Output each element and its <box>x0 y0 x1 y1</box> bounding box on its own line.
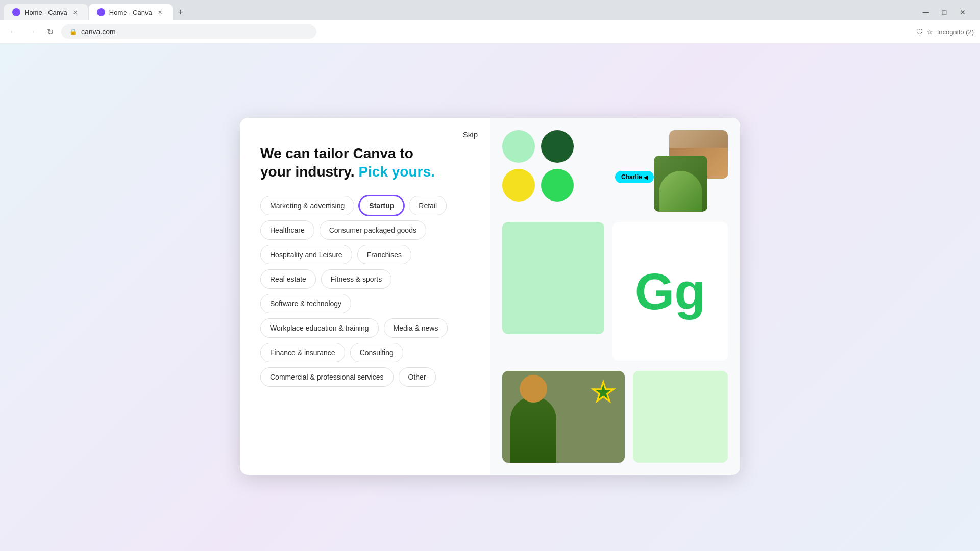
tag-other[interactable]: Other <box>399 367 436 387</box>
tag-consumer[interactable]: Consumer packaged goods <box>320 220 426 240</box>
url-bar[interactable]: 🔒 canva.com <box>61 24 316 39</box>
brand-card <box>502 222 604 334</box>
tab-2-close[interactable]: ✕ <box>156 8 164 16</box>
left-panel: Skip We can tailor Canva to your industr… <box>240 118 490 475</box>
close-button[interactable]: ✕ <box>955 5 970 19</box>
minimize-button[interactable]: ─ <box>919 5 933 19</box>
maximize-button[interactable]: □ <box>937 5 951 19</box>
back-button[interactable]: ← <box>6 24 20 39</box>
shield-icon: 🛡 <box>916 28 923 36</box>
tag-healthcare[interactable]: Healthcare <box>260 220 314 240</box>
top-section: Charlie ◀ <box>502 130 728 212</box>
address-right-controls: 🛡 ☆ Incognito (2) <box>916 28 974 36</box>
tag-hospitality[interactable]: Hospitality and Leisure <box>260 245 352 264</box>
new-tab-button[interactable]: + <box>174 5 188 19</box>
tab-1[interactable]: Home - Canva ✕ <box>4 4 88 20</box>
page-content: Skip We can tailor Canva to your industr… <box>0 43 980 549</box>
svg-point-0 <box>14 10 19 15</box>
dots-grid <box>502 130 574 202</box>
tags-container: Marketing & advertising Startup Retail H… <box>260 196 470 387</box>
tag-marketing[interactable]: Marketing & advertising <box>260 196 354 215</box>
photos-collage: Charlie ◀ <box>592 130 728 212</box>
tab-2-label: Home - Canva <box>109 9 152 16</box>
dot-medium-green <box>541 169 574 202</box>
tab-1-label: Home - Canva <box>24 9 67 16</box>
tag-software[interactable]: Software & technology <box>260 294 351 313</box>
headline: We can tailor Canva to your industry. Pi… <box>260 144 470 182</box>
tag-media[interactable]: Media & news <box>384 318 448 338</box>
canva-favicon-2 <box>97 8 105 16</box>
dot-yellow <box>502 169 535 202</box>
canva-favicon-1 <box>12 8 20 16</box>
tab-bar: Home - Canva ✕ Home - Canva ✕ + ─ □ ✕ <box>0 0 980 20</box>
brand-typography: Gg <box>612 222 728 361</box>
headline-part1: We can tailor Canva to <box>260 145 413 161</box>
right-panel: Charlie ◀ Gg <box>490 118 740 475</box>
tab-2[interactable]: Home - Canva ✕ <box>89 4 173 20</box>
bookmark-icon[interactable]: ☆ <box>927 28 933 36</box>
reload-button[interactable]: ↻ <box>43 24 57 39</box>
incognito-label: Incognito (2) <box>937 28 974 36</box>
dot-light-green <box>502 130 535 163</box>
browser-chrome: Home - Canva ✕ Home - Canva ✕ + ─ □ ✕ ← … <box>0 0 980 43</box>
tag-startup[interactable]: Startup <box>359 196 404 215</box>
skip-button[interactable]: Skip <box>463 130 478 139</box>
dots-wrapper <box>502 130 574 212</box>
tag-consulting[interactable]: Consulting <box>350 343 403 362</box>
bottom-card-1 <box>502 371 625 463</box>
charlie-badge: Charlie ◀ <box>615 171 654 183</box>
address-bar: ← → ↻ 🔒 canva.com 🛡 ☆ Incognito (2) <box>0 20 980 43</box>
tag-realestate[interactable]: Real estate <box>260 269 316 289</box>
photo-2 <box>654 156 707 212</box>
tab-1-close[interactable]: ✕ <box>71 8 80 16</box>
svg-point-1 <box>99 10 104 15</box>
lock-icon: 🔒 <box>69 28 77 35</box>
forward-button[interactable]: → <box>24 24 39 39</box>
headline-part2: your industry. <box>260 164 355 180</box>
tag-retail[interactable]: Retail <box>409 196 447 215</box>
tag-finance[interactable]: Finance & insurance <box>260 343 345 362</box>
tag-franchises[interactable]: Franchises <box>357 245 411 264</box>
bottom-section <box>502 371 728 463</box>
tag-fitness[interactable]: Fitness & sports <box>321 269 391 289</box>
brand-gg-text: Gg <box>635 266 706 317</box>
window-controls: ─ □ ✕ <box>919 5 976 19</box>
person-head <box>520 375 547 403</box>
url-text: canva.com <box>81 28 308 36</box>
dot-dark-green <box>541 130 574 163</box>
tag-workplace[interactable]: Workplace education & training <box>260 318 379 338</box>
modal-container: Skip We can tailor Canva to your industr… <box>240 118 740 475</box>
person-figure <box>510 396 556 463</box>
tag-commercial[interactable]: Commercial & professional services <box>260 367 394 387</box>
headline-highlight: Pick yours. <box>358 164 434 180</box>
brand-section: Gg <box>502 222 728 361</box>
bottom-card-2 <box>633 371 728 463</box>
